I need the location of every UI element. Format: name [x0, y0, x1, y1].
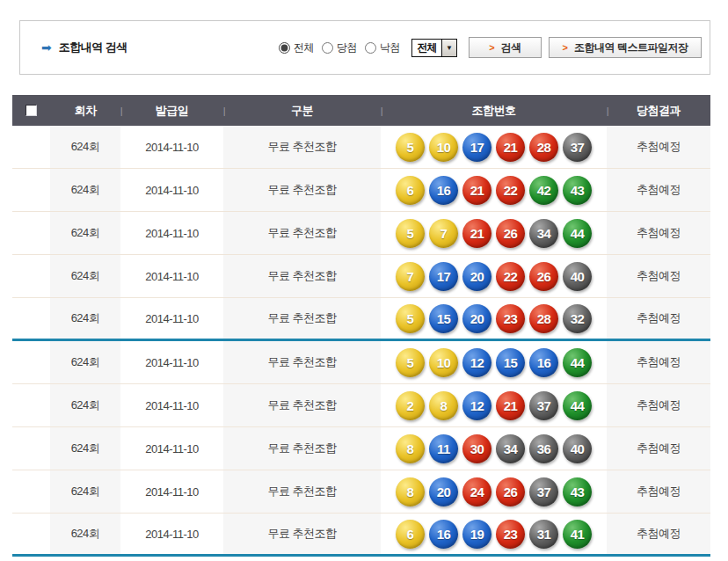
row-cell-issue-date: 2014-11-10 — [120, 384, 223, 426]
search-button-label: 검색 — [501, 40, 521, 55]
radio-all-input[interactable] — [279, 42, 290, 54]
row-cell-checkbox — [12, 514, 50, 554]
row-cell-result: 추첨예정 — [607, 427, 710, 470]
row-cell-checkbox — [12, 298, 50, 339]
row-cell-checkbox — [12, 212, 50, 254]
header-cell-category: 구분 | — [223, 95, 381, 126]
table-row: 624회 2014-11-10 무료 추천조합 71720222640 추첨예정 — [12, 255, 710, 298]
lotto-ball: 37 — [529, 391, 558, 420]
row-cell-checkbox — [12, 169, 50, 211]
radio-win[interactable]: 당첨 — [322, 40, 357, 55]
table-row: 624회 2014-11-10 무료 추천조합 5721263444 추첨예정 — [12, 212, 710, 255]
radio-lose-input[interactable] — [365, 42, 376, 54]
lotto-ball: 7 — [429, 219, 458, 248]
row-cell-category: 무료 추천조합 — [223, 470, 381, 513]
lotto-ball: 6 — [396, 176, 425, 205]
row-cell-result: 추첨예정 — [607, 470, 710, 513]
lotto-ball: 7 — [396, 262, 425, 291]
row-cell-category: 무료 추천조합 — [223, 341, 381, 383]
row-cell-category: 무료 추천조합 — [223, 255, 381, 297]
lotto-ball: 40 — [563, 262, 592, 291]
row-cell-result: 추첨예정 — [607, 514, 710, 554]
radio-all-label: 전체 — [294, 40, 314, 55]
lotto-ball: 12 — [462, 391, 491, 420]
row-cell-result: 추첨예정 — [607, 255, 710, 297]
row-cell-category: 무료 추천조합 — [223, 298, 381, 339]
lotto-ball: 16 — [529, 348, 558, 377]
radio-all[interactable]: 전체 — [279, 40, 314, 55]
lotto-ball: 44 — [563, 348, 592, 377]
table-row: 624회 2014-11-10 무료 추천조합 51012151644 추첨예정 — [12, 341, 710, 384]
lotto-ball: 20 — [462, 262, 491, 291]
table-row: 624회 2014-11-10 무료 추천조합 81130343640 추첨예정 — [12, 427, 710, 470]
lotto-ball: 37 — [529, 477, 558, 506]
table-row: 624회 2014-11-10 무료 추천조합 2812213744 추첨예정 — [12, 384, 710, 427]
blue-arrow-icon: ➡ — [41, 41, 52, 54]
lotto-ball: 21 — [496, 133, 525, 162]
lotto-ball: 36 — [529, 434, 558, 463]
row-cell-checkbox — [12, 341, 50, 383]
lotto-ball: 5 — [396, 348, 425, 377]
row-cell-issue-date: 2014-11-10 — [120, 341, 223, 383]
column-label-issue-date: 발급일 — [156, 103, 189, 119]
row-cell-numbers: 61621224243 — [381, 169, 607, 211]
select-all-checkbox[interactable] — [25, 105, 37, 116]
row-cell-checkbox — [12, 470, 50, 513]
lotto-ball: 31 — [529, 520, 558, 549]
header-cell-result: 당첨결과 — [607, 95, 710, 126]
row-cell-category: 무료 추천조합 — [223, 212, 381, 254]
row-cell-checkbox — [12, 126, 50, 168]
save-text-file-button[interactable]: > 조합내역 텍스트파일저장 — [549, 37, 702, 58]
table-row: 624회 2014-11-10 무료 추천조합 61619233141 추첨예정 — [12, 514, 710, 557]
table-row: 624회 2014-11-10 무료 추천조합 82024263743 추첨예정 — [12, 470, 710, 514]
row-cell-issue-date: 2014-11-10 — [120, 470, 223, 513]
lotto-ball: 44 — [563, 219, 592, 248]
lotto-ball: 23 — [496, 304, 525, 333]
row-cell-category: 무료 추천조합 — [223, 427, 381, 470]
lotto-ball: 16 — [429, 176, 458, 205]
radio-win-input[interactable] — [322, 42, 333, 54]
lotto-ball: 17 — [429, 262, 458, 291]
lotto-ball: 44 — [563, 391, 592, 420]
lotto-ball: 43 — [563, 176, 592, 205]
lotto-ball: 28 — [529, 133, 558, 162]
lotto-ball: 43 — [563, 477, 592, 506]
lotto-ball: 10 — [429, 348, 458, 377]
column-label-round: 회차 — [75, 103, 97, 119]
lotto-ball: 21 — [462, 176, 491, 205]
orange-arrow-icon: > — [563, 43, 568, 53]
column-label-numbers: 조합번호 — [472, 103, 516, 119]
lotto-ball: 5 — [396, 219, 425, 248]
lotto-ball: 37 — [563, 133, 592, 162]
lotto-ball: 23 — [496, 520, 525, 549]
table-row: 624회 2014-11-10 무료 추천조합 61621224243 추첨예정 — [12, 169, 710, 212]
select-dropdown-arrow-icon[interactable]: ▼ — [441, 40, 456, 56]
radio-lose[interactable]: 낙첨 — [365, 40, 400, 55]
table-header: 회차 | 발급일 | 구분 | 조합번호 | 당첨결과 — [12, 95, 710, 126]
column-label-category: 구분 — [291, 103, 313, 119]
lotto-ball: 5 — [396, 304, 425, 333]
status-filter-selected-value: 전체 — [412, 40, 441, 56]
lotto-ball: 15 — [496, 348, 525, 377]
lotto-ball: 42 — [529, 176, 558, 205]
row-cell-result: 추첨예정 — [607, 341, 710, 383]
search-panel-title-label: 조합내역 검색 — [59, 40, 127, 55]
row-cell-category: 무료 추천조합 — [223, 169, 381, 211]
header-cell-numbers: 조합번호 | — [381, 95, 607, 126]
row-cell-checkbox — [12, 255, 50, 297]
lotto-ball: 20 — [462, 304, 491, 333]
lotto-ball: 26 — [496, 219, 525, 248]
row-cell-issue-date: 2014-11-10 — [120, 298, 223, 339]
lotto-ball: 5 — [396, 133, 425, 162]
row-cell-round: 624회 — [50, 255, 120, 297]
lotto-ball: 24 — [462, 477, 491, 506]
row-cell-round: 624회 — [50, 384, 120, 426]
header-cell-checkbox — [12, 95, 50, 126]
lotto-ball: 11 — [429, 434, 458, 463]
row-cell-numbers: 81130343640 — [381, 427, 607, 470]
status-filter-select[interactable]: 전체 ▼ — [411, 39, 457, 57]
lotto-ball: 12 — [462, 348, 491, 377]
lotto-ball: 22 — [496, 262, 525, 291]
lotto-ball: 41 — [563, 520, 592, 549]
search-button[interactable]: > 검색 — [469, 37, 542, 58]
